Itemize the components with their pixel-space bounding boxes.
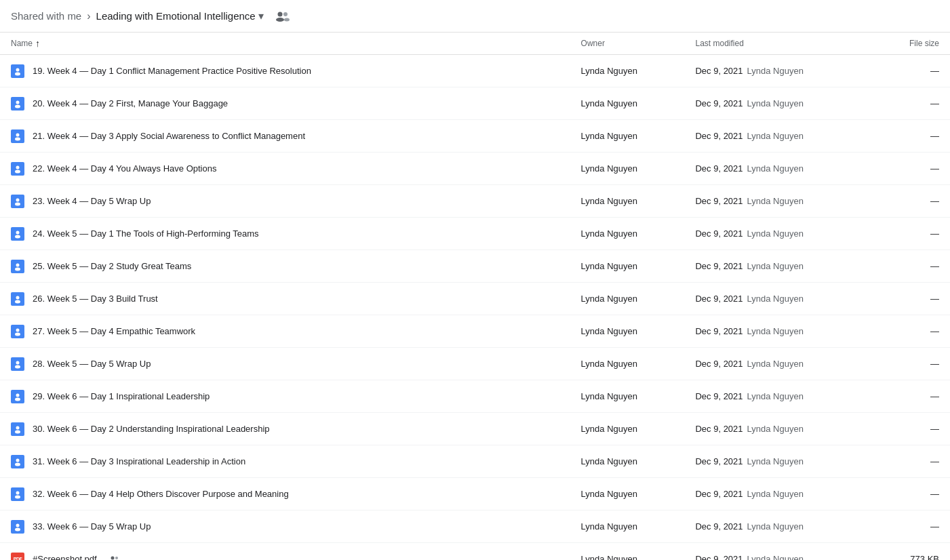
modified-by-label: Lynda Nguyen <box>747 163 804 174</box>
table-row[interactable]: 22. Week 4 — Day 4 You Always Have Optio… <box>0 153 950 185</box>
modified-cell: Dec 9, 2021Lynda Nguyen <box>684 543 874 561</box>
table-row[interactable]: 27. Week 5 — Day 4 Empathic Teamwork Lyn… <box>0 315 950 348</box>
size-cell: — <box>875 120 950 153</box>
modified-by-label: Lynda Nguyen <box>747 489 804 499</box>
name-cell[interactable]: 27. Week 5 — Day 4 Empathic Teamwork <box>0 315 570 348</box>
table-row[interactable]: 25. Week 5 — Day 2 Study Great Teams Lyn… <box>0 250 950 283</box>
modified-by-label: Lynda Nguyen <box>747 131 804 141</box>
chevron-down-icon: ▾ <box>258 9 264 22</box>
owner-cell: Lynda Nguyen <box>570 380 685 413</box>
size-cell: — <box>875 185 950 218</box>
modified-by-label: Lynda Nguyen <box>747 261 804 271</box>
video-file-icon <box>11 357 24 371</box>
name-cell[interactable]: 26. Week 5 — Day 3 Build Trust <box>0 283 570 315</box>
modified-cell: Dec 9, 2021Lynda Nguyen <box>684 413 874 445</box>
pdf-file-icon: PDF <box>11 553 24 561</box>
share-people-icon[interactable] <box>275 11 290 22</box>
name-cell[interactable]: 28. Week 5 — Day 5 Wrap Up <box>0 348 570 380</box>
svg-point-7 <box>15 104 20 108</box>
table-row[interactable]: 32. Week 6 — Day 4 Help Others Discover … <box>0 478 950 511</box>
modified-cell: Dec 9, 2021Lynda Nguyen <box>684 153 874 185</box>
name-cell[interactable]: PDF #Screenshot.pdf <box>0 543 570 561</box>
name-cell[interactable]: 32. Week 6 — Day 4 Help Others Discover … <box>0 478 570 511</box>
owner-cell: Lynda Nguyen <box>570 478 685 511</box>
table-row[interactable]: 21. Week 4 — Day 3 Apply Social Awarenes… <box>0 120 950 153</box>
name-cell[interactable]: 29. Week 6 — Day 1 Inspirational Leaders… <box>0 380 570 413</box>
video-file-icon <box>11 292 24 306</box>
modified-by-label: Lynda Nguyen <box>747 456 804 466</box>
svg-point-31 <box>15 495 20 498</box>
owner-cell: Lynda Nguyen <box>570 348 685 380</box>
svg-point-27 <box>15 430 20 433</box>
video-file-icon <box>11 260 24 273</box>
size-cell: — <box>875 153 950 185</box>
video-file-icon <box>11 325 24 338</box>
table-row[interactable]: PDF #Screenshot.pdf Lynda Nguyen Dec 9, … <box>0 543 950 561</box>
owner-cell: Lynda Nguyen <box>570 250 685 283</box>
svg-point-21 <box>15 332 20 336</box>
table-row[interactable]: 23. Week 4 — Day 5 Wrap Up Lynda Nguyen … <box>0 185 950 218</box>
name-cell[interactable]: 31. Week 6 — Day 3 Inspirational Leaders… <box>0 445 570 478</box>
owner-cell: Lynda Nguyen <box>570 445 685 478</box>
size-cell: — <box>875 218 950 250</box>
file-name-label: #Screenshot.pdf <box>33 554 97 560</box>
table-row[interactable]: 20. Week 4 — Day 2 First, Manage Your Ba… <box>0 87 950 120</box>
svg-point-18 <box>16 296 20 299</box>
breadcrumb-header: Shared with me › Leading with Emotional … <box>0 0 950 33</box>
svg-point-24 <box>16 393 20 397</box>
modified-cell: Dec 9, 2021Lynda Nguyen <box>684 445 874 478</box>
svg-point-36 <box>115 557 118 559</box>
svg-point-20 <box>16 328 20 332</box>
name-cell[interactable]: 22. Week 4 — Day 4 You Always Have Optio… <box>0 153 570 185</box>
svg-point-33 <box>15 527 20 531</box>
svg-point-12 <box>16 198 20 201</box>
name-cell[interactable]: 25. Week 5 — Day 2 Study Great Teams <box>0 250 570 283</box>
file-size-column-header[interactable]: File size <box>875 33 950 55</box>
owner-cell: Lynda Nguyen <box>570 511 685 543</box>
table-row[interactable]: 33. Week 6 — Day 5 Wrap Up Lynda Nguyen … <box>0 511 950 543</box>
breadcrumb-separator: › <box>87 10 90 22</box>
table-row[interactable]: 29. Week 6 — Day 1 Inspirational Leaders… <box>0 380 950 413</box>
breadcrumb-folder[interactable]: Leading with Emotional Intelligence ▾ <box>96 9 264 22</box>
folder-name-label: Leading with Emotional Intelligence <box>96 10 256 22</box>
modified-by-label: Lynda Nguyen <box>747 521 804 532</box>
modified-cell: Dec 9, 2021Lynda Nguyen <box>684 120 874 153</box>
name-cell[interactable]: 19. Week 4 — Day 1 Conflict Management P… <box>0 55 570 87</box>
table-row[interactable]: 30. Week 6 — Day 2 Understanding Inspira… <box>0 413 950 445</box>
name-cell[interactable]: 23. Week 4 — Day 5 Wrap Up <box>0 185 570 218</box>
svg-point-9 <box>15 137 20 140</box>
video-file-icon <box>11 520 24 534</box>
table-row[interactable]: 28. Week 5 — Day 5 Wrap Up Lynda Nguyen … <box>0 348 950 380</box>
sort-ascending-icon: ↑ <box>35 38 40 49</box>
modified-cell: Dec 9, 2021Lynda Nguyen <box>684 250 874 283</box>
modified-cell: Dec 9, 2021Lynda Nguyen <box>684 315 874 348</box>
table-row[interactable]: 19. Week 4 — Day 1 Conflict Management P… <box>0 55 950 87</box>
table-row[interactable]: 31. Week 6 — Day 3 Inspirational Leaders… <box>0 445 950 478</box>
svg-point-29 <box>15 462 20 466</box>
name-cell[interactable]: 33. Week 6 — Day 5 Wrap Up <box>0 511 570 543</box>
name-column-header[interactable]: Name ↑ <box>11 38 559 49</box>
name-cell[interactable]: 30. Week 6 — Day 2 Understanding Inspira… <box>0 413 570 445</box>
owner-column-header[interactable]: Owner <box>570 33 685 55</box>
video-file-icon <box>11 390 24 403</box>
file-name-label: 27. Week 5 — Day 4 Empathic Teamwork <box>33 326 195 336</box>
file-name-label: 23. Week 4 — Day 5 Wrap Up <box>33 196 151 206</box>
last-modified-column-header[interactable]: Last modified <box>684 33 874 55</box>
svg-point-25 <box>15 397 20 401</box>
name-cell[interactable]: 24. Week 5 — Day 1 The Tools of High-Per… <box>0 218 570 250</box>
breadcrumb-shared-with-me[interactable]: Shared with me <box>11 10 81 22</box>
name-cell[interactable]: 20. Week 4 — Day 2 First, Manage Your Ba… <box>0 87 570 120</box>
svg-point-6 <box>16 100 20 104</box>
size-cell: — <box>875 348 950 380</box>
table-row[interactable]: 26. Week 5 — Day 3 Build Trust Lynda Ngu… <box>0 283 950 315</box>
name-cell[interactable]: 21. Week 4 — Day 3 Apply Social Awarenes… <box>0 120 570 153</box>
size-cell: — <box>875 511 950 543</box>
svg-point-34 <box>111 556 114 559</box>
owner-cell: Lynda Nguyen <box>570 153 685 185</box>
modified-cell: Dec 9, 2021Lynda Nguyen <box>684 511 874 543</box>
size-cell: — <box>875 87 950 120</box>
size-cell: — <box>875 283 950 315</box>
table-row[interactable]: 24. Week 5 — Day 1 The Tools of High-Per… <box>0 218 950 250</box>
modified-cell: Dec 9, 2021Lynda Nguyen <box>684 185 874 218</box>
owner-cell: Lynda Nguyen <box>570 55 685 87</box>
